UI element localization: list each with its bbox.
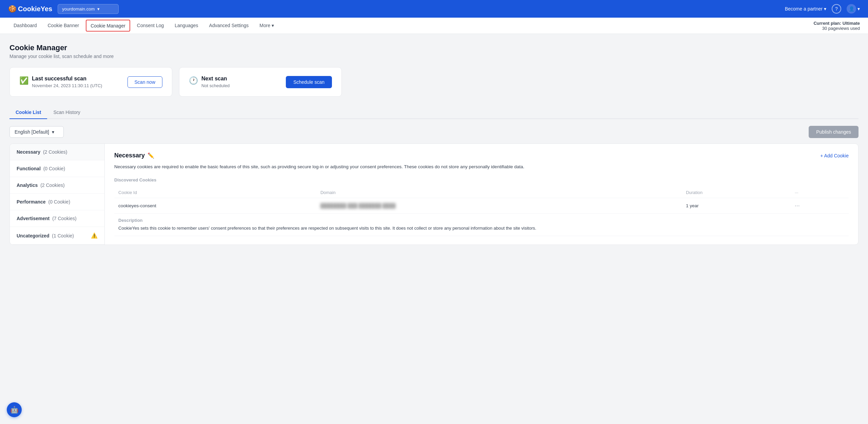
tab-cookie-list[interactable]: Cookie List [9, 106, 47, 119]
next-scan-text: Next scan Not scheduled [201, 76, 230, 88]
scan-now-button[interactable]: Scan now [127, 76, 162, 88]
last-scan-card: ✅ Last successful scan November 24, 2023… [9, 67, 172, 97]
avatar-button[interactable]: 👤 ▾ [847, 4, 860, 14]
domain-selector[interactable]: yourdomain.com ▾ [58, 4, 119, 14]
domain-value: ████████ ███ ███████ ████ [320, 203, 396, 208]
next-scan-status: Not scheduled [201, 83, 230, 88]
duration-cell: 1 year [682, 198, 791, 213]
col-header-cookie-id: Cookie Id [114, 187, 316, 198]
help-button[interactable]: ? [832, 4, 841, 14]
add-cookie-link[interactable]: + Add Cookie [820, 153, 849, 158]
pageviews-label: 30 pageviews used [813, 26, 860, 31]
page-title: Cookie Manager [9, 43, 859, 52]
logo-text: CookieYes [18, 5, 52, 13]
category-name: Necessary [17, 149, 40, 155]
last-scan-info: ✅ Last successful scan November 24, 2023… [19, 76, 102, 88]
detail-title-text: Necessary [114, 152, 145, 159]
category-name: Performance [17, 199, 46, 205]
col-header-duration: Duration [682, 187, 791, 198]
description-row: Description CookieYes sets this cookie t… [114, 213, 849, 236]
edit-icon[interactable]: ✏️ [147, 152, 154, 159]
chevron-down-icon: ▾ [857, 6, 860, 12]
category-item-functional[interactable]: Functional (0 Cookie) [10, 160, 104, 177]
become-partner-link[interactable]: Become a partner ▾ [785, 6, 826, 12]
category-label: Uncategorized (1 Cookie) [17, 233, 74, 238]
category-label: Analytics (2 Cookies) [17, 182, 65, 188]
category-label: Advertisement (7 Cookies) [17, 216, 77, 221]
page-content: Cookie Manager Manage your cookie list, … [0, 34, 868, 254]
chevron-down-icon: ▾ [824, 6, 826, 12]
content-layout: Necessary (2 Cookies) Functional (0 Cook… [9, 143, 859, 245]
page-subtitle: Manage your cookie list, scan schedule a… [9, 54, 859, 59]
category-count: (1 Cookie) [52, 233, 74, 238]
table-area-header: English [Default] ▾ Publish changes [9, 126, 859, 138]
language-value: English [Default] [15, 129, 49, 135]
top-bar: 🍪 CookieYes yourdomain.com ▾ Become a pa… [0, 0, 868, 18]
user-icon: 👤 [849, 6, 854, 12]
category-item-necessary[interactable]: Necessary (2 Cookies) [10, 144, 104, 160]
nav-item-cookie-manager[interactable]: Cookie Manager [86, 20, 130, 32]
logo: 🍪 CookieYes [8, 5, 52, 13]
next-scan-card: 🕐 Next scan Not scheduled Schedule scan [179, 67, 342, 97]
nav-item-consent-log[interactable]: Consent Log [132, 18, 169, 34]
description-label: Description [118, 218, 845, 223]
top-bar-left: 🍪 CookieYes yourdomain.com ▾ [8, 4, 119, 14]
category-item-advertisement[interactable]: Advertisement (7 Cookies) [10, 210, 104, 227]
secondary-nav-left: Dashboard Cookie Banner Cookie Manager C… [8, 18, 279, 34]
last-scan-title: Last successful scan [32, 76, 102, 82]
question-icon: ? [835, 6, 838, 12]
logo-icon: 🍪 [8, 5, 17, 13]
language-selector[interactable]: English [Default] ▾ [9, 126, 64, 138]
more-options-cell: ··· [791, 198, 849, 213]
chevron-down-icon: ▾ [97, 6, 100, 12]
category-item-analytics[interactable]: Analytics (2 Cookies) [10, 177, 104, 194]
category-name: Analytics [17, 182, 38, 188]
category-name: Functional [17, 166, 41, 171]
category-count: (7 Cookies) [52, 216, 77, 221]
scan-cards: ✅ Last successful scan November 24, 2023… [9, 67, 859, 97]
partner-label: Become a partner [785, 6, 823, 12]
schedule-scan-button[interactable]: Schedule scan [286, 76, 332, 88]
plan-label: Current plan: Ultimate [813, 21, 860, 26]
description-cell: Description CookieYes sets this cookie t… [114, 213, 849, 236]
cookie-id-cell: cookieyes-consent [114, 198, 316, 213]
category-label: Necessary (2 Cookies) [17, 149, 67, 155]
category-label: Functional (0 Cookie) [17, 166, 65, 171]
category-name: Advertisement [17, 216, 50, 221]
detail-panel: Necessary ✏️ + Add Cookie Necessary cook… [105, 144, 858, 245]
category-count: (0 Cookie) [43, 166, 65, 171]
domain-cell: ████████ ███ ███████ ████ [316, 198, 682, 213]
next-scan-title: Next scan [201, 76, 230, 82]
category-item-uncategorized[interactable]: Uncategorized (1 Cookie) ⚠️ [10, 227, 104, 245]
plan-info: Current plan: Ultimate 30 pageviews used [813, 21, 860, 31]
domain-value: yourdomain.com [62, 6, 95, 12]
col-header-domain: Domain [316, 187, 682, 198]
nav-item-cookie-banner[interactable]: Cookie Banner [42, 18, 85, 34]
description-text: CookieYes sets this cookie to remember u… [118, 225, 845, 232]
nav-item-languages[interactable]: Languages [169, 18, 203, 34]
last-scan-datetime: November 24, 2023 11:30:11 (UTC) [32, 83, 102, 88]
tabs-bar: Cookie List Scan History [9, 106, 859, 119]
category-count: (2 Cookies) [40, 182, 65, 188]
category-name: Uncategorized [17, 233, 49, 238]
category-label: Performance (0 Cookie) [17, 199, 70, 205]
more-options-button[interactable]: ··· [795, 202, 800, 209]
nav-item-dashboard[interactable]: Dashboard [8, 18, 42, 34]
next-scan-info: 🕐 Next scan Not scheduled [189, 76, 230, 88]
detail-header: Necessary ✏️ + Add Cookie [114, 152, 849, 159]
chevron-down-icon: ▾ [52, 129, 54, 135]
success-icon: ✅ [19, 76, 28, 85]
avatar: 👤 [847, 4, 856, 14]
category-count: (2 Cookies) [43, 149, 67, 155]
nav-item-advanced-settings[interactable]: Advanced Settings [204, 18, 254, 34]
tab-scan-history[interactable]: Scan History [47, 106, 86, 119]
col-header-more: ··· [791, 187, 849, 198]
category-item-performance[interactable]: Performance (0 Cookie) [10, 194, 104, 210]
publish-changes-button[interactable]: Publish changes [809, 126, 859, 138]
category-count: (0 Cookie) [48, 199, 70, 205]
nav-item-more[interactable]: More ▾ [254, 18, 279, 34]
category-list: Necessary (2 Cookies) Functional (0 Cook… [10, 144, 105, 245]
table-row: cookieyes-consent ████████ ███ ███████ █… [114, 198, 849, 213]
discovered-section-title: Discovered Cookies [114, 177, 849, 182]
last-scan-text: Last successful scan November 24, 2023 1… [32, 76, 102, 88]
